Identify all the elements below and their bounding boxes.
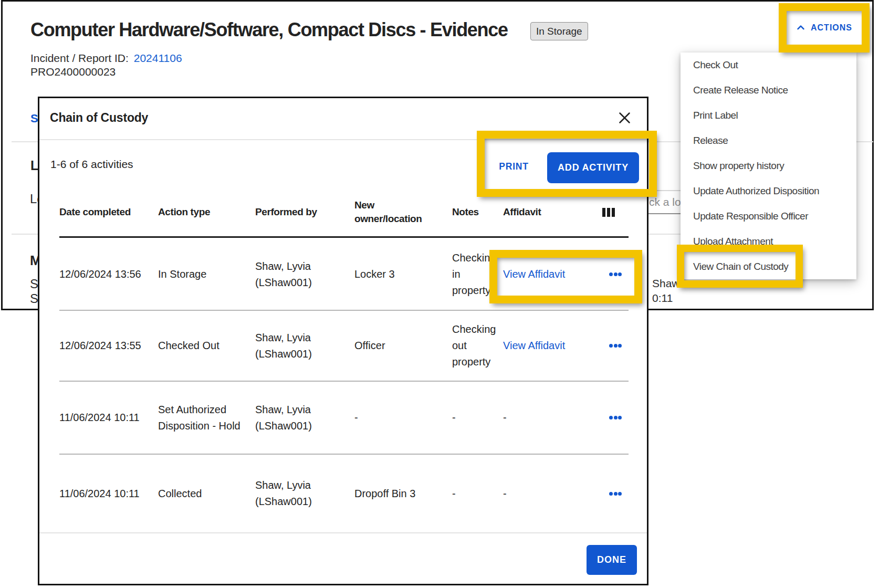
background-value-fragment-1: Shaw xyxy=(652,277,680,290)
column-header-action-type: Action type xyxy=(158,205,255,219)
column-header-date-completed: Date completed xyxy=(59,205,158,219)
highlight-box-actions xyxy=(779,3,870,52)
table-row: 11/06/2024 10:11 Collected Shaw, Lyvia (… xyxy=(59,455,629,532)
modal-footer-divider xyxy=(39,532,647,533)
highlight-box-view-chain-of-custody xyxy=(677,245,803,288)
cell-action-type: Set Authorized Disposition - Hold xyxy=(158,402,255,434)
menu-item-check-out[interactable]: Check Out xyxy=(681,52,856,78)
column-settings-cell xyxy=(602,208,629,217)
menu-item-update-responsible-officer[interactable]: Update Responsible Officer xyxy=(681,204,856,229)
incident-report-link[interactable]: 20241106 xyxy=(134,52,182,64)
cell-performed-by: Shaw, Lyvia (LShaw001) xyxy=(255,330,354,362)
cell-notes: Checking out property xyxy=(452,321,500,370)
modal-title: Chain of Custody xyxy=(50,111,148,125)
cell-date-completed: 11/06/2024 10:11 xyxy=(59,486,158,502)
row-actions-kebab-icon[interactable] xyxy=(609,492,622,496)
background-heading-fragment-1: L xyxy=(30,158,38,173)
cell-new-owner-location: Dropoff Bin 3 xyxy=(354,486,452,502)
cell-notes: - xyxy=(452,486,500,502)
cell-notes: - xyxy=(452,410,500,426)
table-row: 11/06/2024 10:11 Set Authorized Disposit… xyxy=(59,382,629,455)
cell-performed-by: Shaw, Lyvia (LShaw001) xyxy=(255,477,354,510)
row-actions-kebab-icon[interactable] xyxy=(609,416,622,419)
table-header-underline xyxy=(59,236,629,238)
columns-icon[interactable] xyxy=(602,208,615,217)
cell-new-owner-location: Officer xyxy=(354,338,452,354)
column-header-affidavit: Affidavit xyxy=(500,205,602,219)
row-actions-kebab-icon[interactable] xyxy=(609,344,622,348)
property-number: PRO2400000023 xyxy=(30,66,116,78)
cell-action-type: In Storage xyxy=(158,266,255,282)
table-row: 12/06/2024 13:55 Checked Out Shaw, Lyvia… xyxy=(59,311,629,382)
screenshot-root: Computer Hardware/Software, Compact Disc… xyxy=(0,0,879,588)
menu-item-print-label[interactable]: Print Label xyxy=(681,103,856,128)
menu-item-release[interactable]: Release xyxy=(681,128,856,153)
done-button[interactable]: DONE xyxy=(587,545,637,575)
highlight-box-print-add-activity xyxy=(477,131,657,197)
cell-affidavit: - xyxy=(500,410,602,426)
menu-item-update-authorized-disposition[interactable]: Update Authorized Disposition xyxy=(681,178,856,204)
table-header-row: Date completed Action type Performed by … xyxy=(59,193,629,231)
cell-date-completed: 12/06/2024 13:55 xyxy=(59,338,158,354)
cell-performed-by: Shaw, Lyvia (LShaw001) xyxy=(255,258,354,291)
close-icon[interactable] xyxy=(616,109,633,126)
cell-performed-by: Shaw, Lyvia (LShaw001) xyxy=(255,402,354,434)
cell-action-type: Collected xyxy=(158,486,255,502)
column-header-performed-by: Performed by xyxy=(255,205,354,219)
location-input-placeholder-fragment: ck a lo xyxy=(649,196,681,208)
status-badge: In Storage xyxy=(530,22,588,40)
column-header-notes: Notes xyxy=(452,205,500,219)
incident-report-label: Incident / Report ID: xyxy=(30,52,129,64)
cell-new-owner-location: - xyxy=(354,410,452,426)
highlight-box-view-affidavit xyxy=(489,250,642,303)
menu-item-show-property-history[interactable]: Show property history xyxy=(681,153,856,178)
background-value-fragment-2: 0:11 xyxy=(652,292,673,304)
cell-new-owner-location: Locker 3 xyxy=(354,266,452,282)
menu-item-create-release-notice[interactable]: Create Release Notice xyxy=(681,78,856,103)
cell-affidavit: - xyxy=(500,486,602,502)
page-title: Computer Hardware/Software, Compact Disc… xyxy=(30,19,508,41)
cell-date-completed: 11/06/2024 10:11 xyxy=(59,410,158,426)
column-header-new-owner-location: New owner/location xyxy=(354,198,452,226)
cell-action-type: Checked Out xyxy=(158,338,255,354)
incident-report-line: Incident / Report ID:20241106 xyxy=(30,52,182,65)
cell-date-completed: 12/06/2024 13:56 xyxy=(59,266,158,282)
activities-count: 1-6 of 6 activities xyxy=(50,158,133,171)
view-affidavit-link[interactable]: View Affidavit xyxy=(503,340,565,351)
